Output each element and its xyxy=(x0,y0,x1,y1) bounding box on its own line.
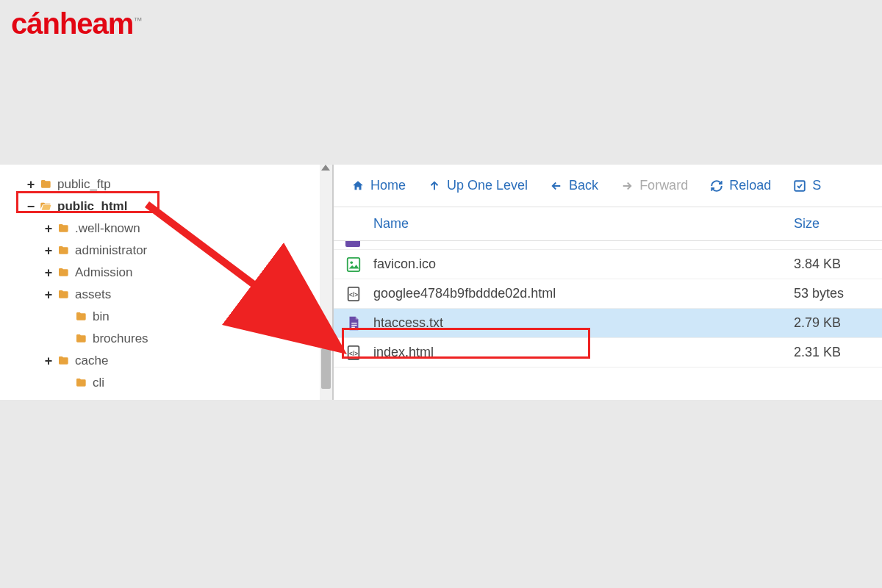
file-name: googlee4784b9fbddde02d.html xyxy=(373,286,794,301)
folder-icon xyxy=(38,201,53,212)
tree-toggle-icon[interactable]: + xyxy=(43,356,54,366)
checkbox-icon xyxy=(793,179,806,193)
file-name: favicon.ico xyxy=(373,257,794,272)
tree-item--well-known[interactable]: +.well-known xyxy=(0,218,332,240)
file-size: 2.79 KB xyxy=(794,315,882,331)
file-type-icon: </> xyxy=(345,344,362,362)
folder-icon xyxy=(56,289,71,301)
folder-icon xyxy=(56,245,71,257)
reload-icon xyxy=(710,179,723,193)
forward-button[interactable]: Forward xyxy=(620,178,688,193)
tree-item-label: Admission xyxy=(75,265,132,280)
file-size: 53 bytes xyxy=(794,286,882,301)
svg-rect-1 xyxy=(348,257,360,270)
up-label: Up One Level xyxy=(447,178,528,193)
tree-item-label: cache xyxy=(75,354,108,368)
tree-toggle-icon[interactable]: − xyxy=(26,201,36,212)
tree-toggle-icon[interactable]: + xyxy=(43,290,54,300)
folder-tree: +public_ftp−public_html+.well-known+admi… xyxy=(0,165,333,400)
column-name-header[interactable]: Name xyxy=(373,216,794,232)
brand-logo: cánheam™ xyxy=(11,7,141,40)
svg-point-2 xyxy=(350,261,353,264)
file-size: 3.84 KB xyxy=(794,257,882,272)
tree-item-label: bin xyxy=(93,309,110,324)
folder-icon xyxy=(74,333,88,345)
tree-item-administrator[interactable]: +administrator xyxy=(0,240,332,262)
svg-rect-7 xyxy=(351,326,355,327)
partial-row-above xyxy=(334,241,882,250)
forward-label: Forward xyxy=(639,178,688,193)
tree-item-brochures[interactable]: +brochures xyxy=(0,328,332,350)
home-label: Home xyxy=(370,178,406,193)
tree-item-cache[interactable]: +cache xyxy=(0,350,332,372)
file-type-icon xyxy=(345,256,362,273)
reload-button[interactable]: Reload xyxy=(710,178,771,193)
svg-rect-5 xyxy=(351,323,356,323)
tree-item-label: cli xyxy=(93,376,104,390)
tree-item-label: brochures xyxy=(93,331,148,346)
file-size: 2.31 KB xyxy=(794,345,882,360)
folder-icon xyxy=(56,223,71,234)
file-type-icon: </> xyxy=(345,285,362,303)
select-all-button[interactable]: S xyxy=(793,178,821,193)
file-row-googlee4784b9fbddde02d-html[interactable]: </>googlee4784b9fbddde02d.html53 bytes xyxy=(334,279,882,309)
svg-text:</>: </> xyxy=(349,350,358,356)
select-label: S xyxy=(812,178,821,193)
tree-item-label: public_html xyxy=(57,199,127,214)
file-type-icon xyxy=(345,315,362,332)
file-row-favicon-ico[interactable]: favicon.ico3.84 KB xyxy=(334,250,882,279)
tree-item-label: public_ftp xyxy=(57,177,111,192)
folder-icon xyxy=(56,355,71,367)
folder-icon xyxy=(38,179,53,190)
back-arrow-icon xyxy=(550,179,563,193)
reload-label: Reload xyxy=(729,178,771,193)
tree-item-label: .well-known xyxy=(75,221,140,236)
up-one-level-button[interactable]: Up One Level xyxy=(428,178,528,193)
back-label: Back xyxy=(569,178,598,193)
tree-scrollbar[interactable] xyxy=(320,165,332,400)
file-list-panel: Home Up One Level Back Forward Reload S xyxy=(333,165,882,400)
home-button[interactable]: Home xyxy=(351,178,406,193)
column-size-header[interactable]: Size xyxy=(794,216,882,232)
tree-toggle-icon[interactable]: + xyxy=(26,179,36,190)
tree-item-assets[interactable]: +assets xyxy=(0,284,332,306)
tree-item-cli[interactable]: +cli xyxy=(0,372,332,394)
tree-toggle-icon[interactable]: + xyxy=(43,223,54,234)
back-button[interactable]: Back xyxy=(550,178,598,193)
file-name: index.html xyxy=(373,345,794,360)
home-icon xyxy=(351,179,365,193)
scrollbar-thumb[interactable] xyxy=(321,348,331,389)
file-row-htaccess-txt[interactable]: htaccess.txt2.79 KB xyxy=(334,309,882,338)
tree-item-bin[interactable]: +bin xyxy=(0,306,332,328)
folder-icon xyxy=(56,267,71,279)
file-rows: favicon.ico3.84 KB</>googlee4784b9fbddde… xyxy=(334,241,882,400)
folder-icon xyxy=(74,377,88,389)
tree-toggle-icon[interactable]: + xyxy=(43,245,54,256)
file-table-header: Name Size xyxy=(334,207,882,241)
forward-arrow-icon xyxy=(620,179,634,193)
tree-item-public-html[interactable]: −public_html xyxy=(0,196,332,218)
up-arrow-icon xyxy=(428,179,441,193)
tree-item-label: administrator xyxy=(75,243,147,258)
trademark-icon: ™ xyxy=(133,15,141,26)
logo-text: cánheam xyxy=(11,7,133,40)
file-name: htaccess.txt xyxy=(373,315,794,331)
svg-rect-6 xyxy=(351,324,356,325)
tree-toggle-icon[interactable]: + xyxy=(43,268,54,278)
file-manager-panel: +public_ftp−public_html+.well-known+admi… xyxy=(0,165,882,400)
tree-item-admission[interactable]: +Admission xyxy=(0,262,332,284)
svg-text:</>: </> xyxy=(349,291,358,298)
folder-icon xyxy=(74,311,88,323)
file-row-index-html[interactable]: </>index.html2.31 KB xyxy=(334,338,882,368)
file-toolbar: Home Up One Level Back Forward Reload S xyxy=(334,165,882,207)
tree-item-public-ftp[interactable]: +public_ftp xyxy=(0,173,332,196)
tree-item-label: assets xyxy=(75,287,111,302)
